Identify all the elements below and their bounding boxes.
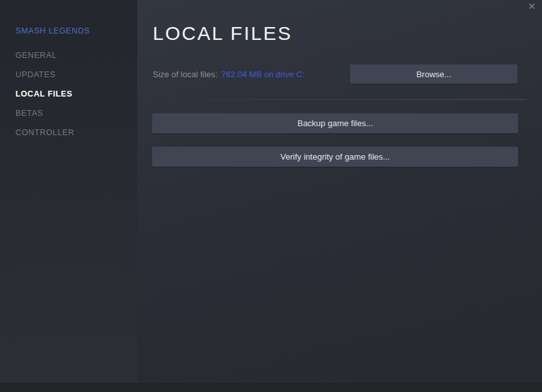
sidebar-nav: GENERAL UPDATES LOCAL FILES BETAS CONTRO… — [0, 46, 137, 142]
size-label: Size of local files: — [153, 70, 217, 79]
sidebar-item-betas[interactable]: BETAS — [0, 104, 137, 123]
backup-game-files-button[interactable]: Backup game files... — [152, 113, 518, 133]
sidebar-item-updates[interactable]: UPDATES — [0, 65, 137, 84]
verify-integrity-button[interactable]: Verify integrity of game files... — [152, 147, 518, 167]
sidebar-item-controller[interactable]: CONTROLLER — [0, 123, 137, 142]
size-of-local-files-row: Size of local files: 762.04 MB on drive … — [153, 64, 305, 84]
bottom-bar — [0, 383, 542, 392]
sidebar-item-local-files[interactable]: LOCAL FILES — [0, 84, 137, 104]
local-files-panel: ✕ LOCAL FILES Size of local files: 762.0… — [137, 0, 542, 383]
sidebar: SMASH LEGENDS GENERAL UPDATES LOCAL FILE… — [0, 0, 137, 383]
close-icon[interactable]: ✕ — [526, 1, 537, 12]
page-title: LOCAL FILES — [153, 23, 292, 44]
sidebar-item-general[interactable]: GENERAL — [0, 46, 137, 65]
section-divider — [153, 99, 526, 100]
sidebar-game-title[interactable]: SMASH LEGENDS — [15, 26, 90, 35]
browse-button[interactable]: Browse... — [350, 64, 518, 84]
game-properties-window: SMASH LEGENDS GENERAL UPDATES LOCAL FILE… — [0, 0, 542, 392]
size-value: 762.04 MB on drive C: — [221, 70, 304, 79]
